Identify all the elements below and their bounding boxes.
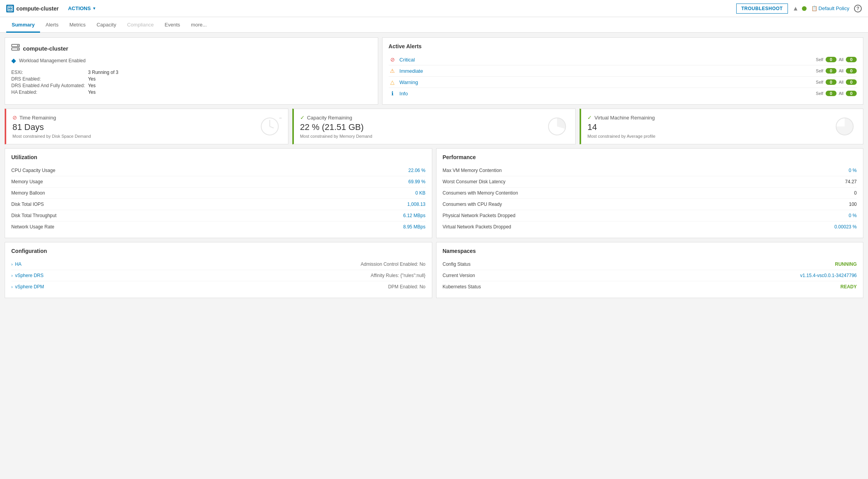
capacity-metric-sub: Most constrained by Memory Demand — [300, 134, 569, 139]
tab-more[interactable]: more... — [185, 17, 212, 33]
active-alerts-panel: Active Alerts ⊘ Critical Self 0 All 0 ⚠ … — [382, 37, 863, 105]
actions-button[interactable]: ACTIONS ▼ — [65, 4, 99, 13]
svg-rect-3 — [9, 9, 10, 10]
tab-events[interactable]: Events — [159, 17, 186, 33]
warning-icon: △ — [389, 79, 396, 85]
time-alert-icon: ⊘ — [12, 114, 17, 121]
alert-row-immediate: ⚠ Immediate Self 0 All 0 — [389, 65, 857, 77]
stat-row-iops: Disk Total IOPS 1,008.13 — [11, 199, 426, 210]
metric-card-vm: ✓ Virtual Machine Remaining 14 Most cons… — [580, 109, 863, 144]
immediate-all-badge: 0 — [846, 68, 857, 74]
cluster-header: compute-cluster — [11, 43, 372, 54]
info-all-badge: 0 — [846, 91, 857, 96]
self-label: Self — [816, 57, 823, 62]
time-metric-sub: Most constrained by Disk Space Demand — [12, 134, 282, 139]
tab-alerts[interactable]: Alerts — [40, 17, 64, 33]
warning-alert-link[interactable]: Warning — [400, 79, 816, 85]
capacity-metric-title: Capacity Remaining — [307, 115, 352, 121]
warning-badges: Self 0 All 0 — [816, 79, 857, 85]
metric-card-time: ⊘ Time Remaining – 81 Days Most constrai… — [5, 109, 288, 144]
ha-expand-icon[interactable]: › — [11, 262, 13, 267]
tab-capacity[interactable]: Capacity — [91, 17, 122, 33]
alert-row-info: ℹ Info Self 0 All 0 — [389, 88, 857, 99]
status-dot-icon — [802, 6, 807, 11]
info-grid: ESXi: 3 Running of 3 DRS Enabled: Yes DR… — [11, 70, 372, 95]
logo-icon — [6, 5, 14, 12]
tab-bar: Summary Alerts Metrics Capacity Complian… — [0, 17, 868, 33]
cluster-info-panel: compute-cluster ◆ Workload Management En… — [5, 37, 378, 105]
ns-row-version: Current Version v1.15.4-vsc0.0.1-3424779… — [443, 270, 857, 281]
vm-check-icon: ✓ — [587, 114, 592, 121]
stat-row-throughput: Disk Total Throughput 6.12 MBps — [11, 210, 426, 221]
svg-line-11 — [270, 126, 274, 128]
chevron-down-icon: ▼ — [92, 6, 96, 11]
main-content: compute-cluster ◆ Workload Management En… — [0, 33, 868, 303]
ns-row-k8s: Kubernetes Status READY — [443, 281, 857, 292]
critical-badges: Self 0 All 0 — [816, 57, 857, 62]
diamond-icon: ◆ — [11, 57, 16, 64]
immediate-icon: ⚠ — [389, 68, 396, 74]
time-metric-title: Time Remaining — [19, 115, 56, 121]
immediate-self-badge: 0 — [826, 68, 837, 74]
current-version-value[interactable]: v1.15.4-vsc0.0.1-34247796 — [800, 273, 857, 278]
utilization-title: Utilization — [11, 154, 426, 160]
time-metric-header: ⊘ Time Remaining – — [12, 114, 282, 121]
config-row-dpm: › vSphere DPM DPM Enabled: No — [11, 281, 426, 292]
ha-label: HA Enabled: — [11, 89, 85, 95]
alerts-panel-title: Active Alerts — [389, 43, 857, 49]
vm-metric-title: Virtual Machine Remaining — [594, 115, 655, 121]
help-icon[interactable]: ? — [854, 5, 862, 12]
critical-all-badge: 0 — [846, 57, 857, 62]
tab-metrics[interactable]: Metrics — [64, 17, 91, 33]
ha-config-value: Admission Control Enabled: No — [361, 261, 426, 267]
top-row: compute-cluster ◆ Workload Management En… — [5, 37, 863, 105]
stat-row-virt-net: Virtual Network Packets Dropped 0.00023 … — [443, 221, 857, 232]
configuration-panel: Configuration › HA Admission Control Ena… — [5, 242, 432, 298]
config-status-value: RUNNING — [835, 261, 857, 267]
warning-self-badge: 0 — [826, 79, 837, 85]
configuration-title: Configuration — [11, 248, 426, 254]
vm-metric-chart — [834, 116, 855, 137]
info-self-badge: 0 — [826, 91, 837, 96]
alert-row-warning: △ Warning Self 0 All 0 — [389, 77, 857, 88]
all-label: All — [839, 57, 844, 62]
drs-expand-icon[interactable]: › — [11, 273, 13, 278]
esxi-value: 3 Running of 3 — [88, 70, 371, 75]
svg-rect-0 — [8, 6, 12, 11]
cluster-name: compute-cluster — [16, 5, 59, 12]
critical-alert-link[interactable]: Critical — [400, 57, 816, 63]
namespaces-title: Namespaces — [443, 248, 857, 254]
performance-title: Performance — [443, 154, 857, 160]
troubleshoot-button[interactable]: TROUBLESHOOT — [736, 4, 788, 14]
capacity-metric-chart — [547, 116, 568, 137]
up-arrow-icon[interactable]: ▲ — [793, 5, 799, 12]
immediate-badges: Self 0 All 0 — [816, 68, 857, 74]
stat-row-cpu-ready: Consumers with CPU Ready 100 — [443, 199, 857, 210]
drs-config-link[interactable]: vSphere DRS — [15, 273, 371, 278]
config-ns-row: Configuration › HA Admission Control Ena… — [5, 242, 863, 298]
header: compute-cluster ACTIONS ▼ TROUBLESHOOT ▲… — [0, 0, 868, 17]
header-right: TROUBLESHOOT ▲ 📋Default Policy ? — [736, 4, 862, 14]
ha-config-link[interactable]: HA — [15, 261, 361, 267]
policy-link[interactable]: 📋Default Policy — [811, 5, 849, 11]
cluster-server-icon — [11, 43, 20, 54]
immediate-alert-link[interactable]: Immediate — [400, 68, 816, 74]
critical-icon: ⊘ — [389, 56, 396, 63]
drs-full-label: DRS Enabled And Fully Automated: — [11, 83, 85, 88]
dpm-expand-icon[interactable]: › — [11, 284, 13, 289]
ha-value: Yes — [88, 89, 371, 95]
time-metric-chart — [259, 116, 280, 137]
drs-value: Yes — [88, 76, 371, 82]
app-logo: compute-cluster — [6, 5, 59, 12]
info-alert-link[interactable]: Info — [400, 91, 816, 97]
capacity-metric-value: 22 % (21.51 GB) — [300, 122, 569, 132]
tab-summary[interactable]: Summary — [6, 17, 40, 33]
svg-rect-2 — [10, 7, 12, 8]
dpm-config-value: DPM Enabled: No — [388, 284, 425, 290]
svg-point-7 — [17, 45, 19, 46]
drs-full-value: Yes — [88, 83, 371, 88]
metric-cards-row: ⊘ Time Remaining – 81 Days Most constrai… — [5, 109, 863, 144]
workload-row: ◆ Workload Management Enabled — [11, 57, 372, 64]
dpm-config-link[interactable]: vSphere DPM — [15, 284, 388, 290]
namespaces-panel: Namespaces Config Status RUNNING Current… — [436, 242, 864, 298]
